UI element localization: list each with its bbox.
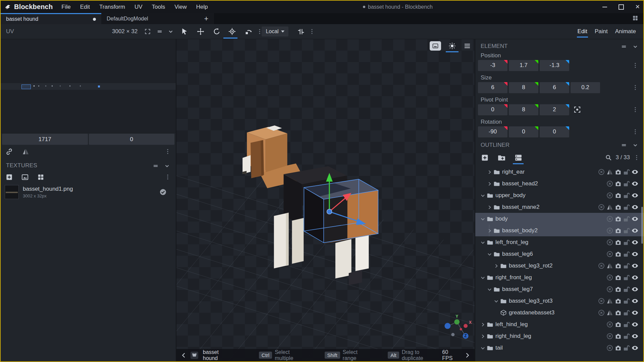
uv-selection-box[interactable] bbox=[21, 84, 31, 89]
uv-more-icon[interactable] bbox=[164, 148, 171, 155]
export-toggle-icon[interactable] bbox=[606, 239, 613, 246]
visibility-icon[interactable] bbox=[631, 286, 639, 293]
chevron-down-icon[interactable] bbox=[480, 192, 487, 199]
export-toggle-icon[interactable] bbox=[606, 180, 613, 187]
export-toggle-icon[interactable] bbox=[598, 203, 605, 211]
chevron-down-icon[interactable] bbox=[493, 298, 500, 304]
camera-icon[interactable] bbox=[614, 333, 622, 340]
visibility-icon[interactable] bbox=[631, 274, 639, 281]
lighting-toggle-button[interactable] bbox=[446, 41, 458, 51]
tab-default-dog-model[interactable]: DefaultDogModel bbox=[101, 13, 199, 24]
visibility-icon[interactable] bbox=[631, 297, 639, 305]
export-toggle-icon[interactable] bbox=[606, 344, 613, 352]
outliner-item-left-front-leg[interactable]: left_front_leg bbox=[475, 236, 643, 248]
rotation-y-field[interactable]: 0 bbox=[509, 126, 538, 137]
menu-view[interactable]: View bbox=[174, 4, 187, 10]
chevron-down-icon[interactable] bbox=[480, 216, 487, 222]
add-group-icon[interactable] bbox=[495, 153, 507, 163]
transform-space-select[interactable]: Local bbox=[262, 26, 288, 37]
outliner-search-icon[interactable] bbox=[605, 154, 612, 161]
outliner-item-body[interactable]: body bbox=[475, 213, 643, 225]
outliner-panel-menu-icon[interactable] bbox=[621, 142, 627, 149]
camera-icon[interactable] bbox=[614, 180, 622, 187]
gizmo-center[interactable] bbox=[327, 209, 332, 214]
uv-fullscreen-icon[interactable] bbox=[144, 24, 151, 39]
close-icon[interactable]: ✕ bbox=[635, 4, 640, 10]
camera-icon[interactable] bbox=[614, 321, 622, 328]
camera-icon[interactable] bbox=[614, 168, 622, 176]
lock-open-icon[interactable] bbox=[623, 344, 630, 352]
chevron-down-icon[interactable] bbox=[487, 251, 493, 257]
outliner-more-icon[interactable] bbox=[633, 154, 640, 161]
rotation-more-icon[interactable] bbox=[632, 128, 639, 135]
pivot-z-field[interactable]: 2 bbox=[540, 104, 569, 115]
align-center-icon[interactable] bbox=[297, 24, 305, 39]
size-more-icon[interactable] bbox=[632, 84, 639, 91]
size-z-field[interactable]: 6 bbox=[540, 82, 569, 93]
camera-icon[interactable] bbox=[614, 192, 622, 199]
chevron-right-icon[interactable] bbox=[487, 227, 493, 234]
outliner-item-left-hind-leg[interactable]: left_hind_leg bbox=[475, 318, 643, 330]
new-tab-button[interactable]: + bbox=[199, 13, 214, 24]
position-y-field[interactable]: 1.7 bbox=[509, 60, 538, 71]
visibility-icon[interactable] bbox=[631, 250, 639, 258]
outliner-item-basset-leg3-rot2[interactable]: basset_leg3_rot2 bbox=[475, 260, 643, 272]
export-toggle-icon[interactable] bbox=[598, 297, 605, 305]
outliner-item-right-ear[interactable]: right_ear bbox=[475, 166, 643, 178]
camera-icon[interactable] bbox=[614, 344, 622, 352]
visibility-icon[interactable] bbox=[631, 168, 639, 176]
import-texture-icon[interactable] bbox=[5, 173, 13, 181]
mirror-icon[interactable] bbox=[606, 297, 613, 305]
nav-ball-x[interactable] bbox=[464, 324, 468, 328]
position-x-field[interactable]: -3 bbox=[478, 60, 507, 71]
camera-icon[interactable] bbox=[614, 203, 622, 211]
visibility-icon[interactable] bbox=[631, 333, 639, 340]
lock-open-icon[interactable] bbox=[623, 192, 630, 199]
textures-more-icon[interactable] bbox=[164, 174, 171, 180]
camera-icon[interactable] bbox=[614, 274, 622, 281]
visibility-icon[interactable] bbox=[631, 192, 639, 199]
add-cube-icon[interactable] bbox=[479, 153, 491, 163]
visibility-icon[interactable] bbox=[631, 309, 639, 316]
lock-open-icon[interactable] bbox=[623, 309, 630, 316]
texture-list-item[interactable]: basset_hound1.png 3002 x 32px bbox=[1, 183, 176, 201]
export-toggle-icon[interactable] bbox=[606, 274, 613, 281]
outliner-item-tail[interactable]: tail bbox=[475, 342, 643, 354]
nav-ball-blue[interactable] bbox=[444, 323, 450, 329]
size-x-field[interactable]: 6 bbox=[478, 82, 507, 93]
export-toggle-icon[interactable] bbox=[606, 227, 613, 234]
lock-open-icon[interactable] bbox=[623, 274, 630, 281]
pivot-x-field[interactable]: 0 bbox=[478, 104, 507, 115]
outliner-scrollbar[interactable] bbox=[641, 207, 643, 244]
move-tool-icon[interactable] bbox=[197, 24, 205, 39]
pivot-tool-icon[interactable] bbox=[228, 24, 236, 39]
lock-open-icon[interactable] bbox=[623, 168, 630, 176]
visibility-icon[interactable] bbox=[631, 203, 639, 211]
uv-editor-canvas[interactable] bbox=[1, 39, 176, 133]
pivot-focus-icon[interactable] bbox=[573, 106, 581, 114]
outliner-item-basset-head2[interactable]: basset_head2 bbox=[475, 178, 643, 189]
nav-gizmo[interactable]: Y X Z bbox=[444, 314, 472, 339]
outliner-item-basset-mane2[interactable]: basset_mane2 bbox=[475, 201, 643, 213]
export-toggle-icon[interactable] bbox=[598, 309, 605, 316]
lock-open-icon[interactable] bbox=[623, 333, 630, 340]
export-toggle-icon[interactable] bbox=[598, 262, 605, 269]
menu-file[interactable]: File bbox=[61, 4, 70, 10]
textures-collapse-icon[interactable] bbox=[164, 162, 170, 169]
uv-coord-v-field[interactable]: 0 bbox=[89, 134, 175, 145]
visibility-icon[interactable] bbox=[631, 227, 639, 234]
lock-open-icon[interactable] bbox=[623, 239, 630, 246]
visibility-icon[interactable] bbox=[631, 344, 639, 352]
maximize-icon[interactable] bbox=[619, 4, 624, 10]
outliner-item-right-hind-leg[interactable]: right_hind_leg bbox=[475, 330, 643, 342]
select-tool-icon[interactable] bbox=[180, 24, 189, 39]
outliner-collapse-icon[interactable] bbox=[632, 142, 639, 149]
camera-icon[interactable] bbox=[614, 215, 622, 223]
pivot-more-icon[interactable] bbox=[632, 106, 639, 113]
outliner-item-basset-leg6[interactable]: basset_leg6 bbox=[475, 248, 643, 260]
lock-open-icon[interactable] bbox=[623, 297, 630, 305]
camera-icon[interactable] bbox=[614, 250, 622, 258]
size-inflate-field[interactable]: 0.2 bbox=[571, 82, 600, 93]
visibility-icon[interactable] bbox=[631, 321, 639, 328]
visibility-icon[interactable] bbox=[631, 262, 639, 269]
